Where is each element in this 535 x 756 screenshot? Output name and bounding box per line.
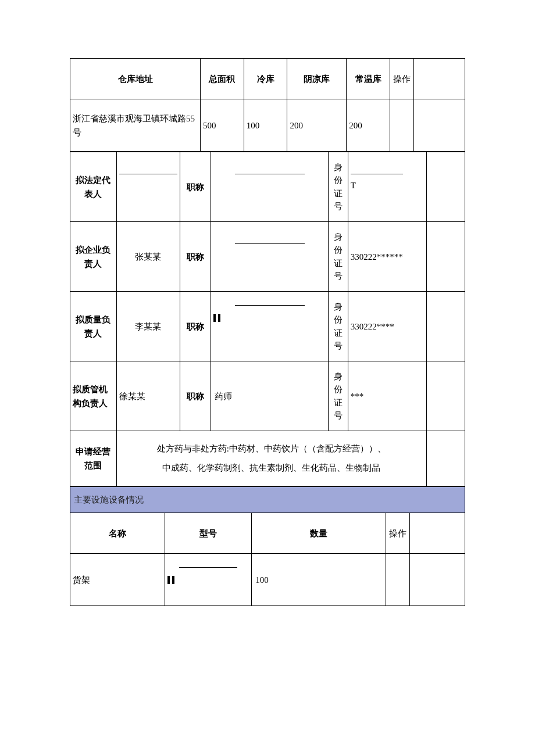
qc-org-head-id-value: *** — [348, 361, 426, 431]
enterprise-head-title-label: 职称 — [180, 222, 211, 292]
header-blank — [413, 59, 465, 99]
equipment-header-operation: 操作 — [386, 513, 410, 554]
cold-storage-value: 100 — [244, 99, 287, 152]
header-normal-storage: 常温库 — [347, 59, 390, 99]
pause-icon — [167, 576, 174, 584]
qc-org-head-title-value: 药师 — [211, 361, 329, 431]
enterprise-head-id-value: 330222****** — [348, 222, 426, 292]
svg-rect-1 — [218, 314, 220, 322]
legal-rep-title-label: 职称 — [180, 152, 211, 222]
legal-rep-label: 拟法定代表人 — [70, 152, 117, 222]
equipment-item-name: 货架 — [70, 554, 165, 606]
legal-rep-title-value — [211, 152, 329, 222]
svg-rect-3 — [172, 576, 174, 584]
quality-head-name: 李某某 — [116, 292, 180, 361]
persons-table: 拟法定代表人 职称 身份证号 T 拟企业负责人 张某某 职称 身份证号 3302… — [70, 152, 465, 486]
quality-head-id-label: 身份证号 — [329, 292, 348, 361]
quality-head-blank — [426, 292, 465, 361]
quality-head-label: 拟质量负责人 — [70, 292, 117, 361]
header-cool-storage: 阴凉库 — [287, 59, 347, 99]
qc-org-head-blank — [426, 361, 465, 431]
qc-org-head-title-label: 职称 — [180, 361, 211, 431]
blank-cell — [413, 99, 465, 152]
header-warehouse-address: 仓库地址 — [70, 59, 201, 99]
cool-storage-value: 200 — [287, 99, 347, 152]
pause-icon — [213, 314, 220, 322]
quality-head-title-label: 职称 — [180, 292, 211, 361]
equipment-header-quantity: 数量 — [252, 513, 386, 554]
equipment-header-blank — [409, 513, 465, 554]
svg-rect-0 — [213, 314, 216, 322]
qc-org-head-label: 拟质管机构负责人 — [70, 361, 117, 431]
operation-cell — [390, 99, 413, 152]
equipment-item-quantity: 100 — [252, 554, 386, 606]
header-cold-storage: 冷库 — [244, 59, 287, 99]
enterprise-head-name: 张某某 — [116, 222, 180, 292]
equipment-item-blank — [409, 554, 465, 606]
total-area-value: 500 — [201, 99, 244, 152]
header-total-area: 总面积 — [201, 59, 244, 99]
quality-head-title-value — [211, 292, 329, 361]
equipment-section-header: 主要设施设备情况 — [70, 487, 465, 513]
quality-head-id-value: 330222**** — [348, 292, 426, 361]
legal-rep-blank — [426, 152, 465, 222]
warehouse-table: 仓库地址 总面积 冷库 阴凉库 常温库 操作 浙江省慈溪市观海卫镇环城路55 号… — [70, 58, 465, 152]
warehouse-address-value: 浙江省慈溪市观海卫镇环城路55 号 — [70, 99, 201, 152]
equipment-table: 主要设施设备情况 名称 型号 数量 操作 货架 100 — [70, 486, 465, 606]
legal-rep-id-label: 身份证号 — [329, 152, 348, 222]
business-scope-value: 处方药与非处方药:中药材、中药饮片（（含配方经营））、 中成药、化学药制剂、抗生… — [116, 431, 426, 486]
equipment-item-op — [386, 554, 410, 606]
enterprise-head-blank — [426, 222, 465, 292]
normal-storage-value: 200 — [347, 99, 390, 152]
enterprise-head-id-label: 身份证号 — [329, 222, 348, 292]
header-operation: 操作 — [390, 59, 413, 99]
legal-rep-id-value: T — [348, 152, 426, 222]
business-scope-blank — [426, 431, 465, 486]
enterprise-head-label: 拟企业负责人 — [70, 222, 117, 292]
equipment-item-model — [165, 554, 251, 606]
business-scope-label: 申请经营范围 — [70, 431, 117, 486]
svg-rect-2 — [167, 576, 170, 584]
equipment-header-model: 型号 — [165, 513, 251, 554]
legal-rep-name — [116, 152, 180, 222]
equipment-header-name: 名称 — [70, 513, 165, 554]
enterprise-head-title-value — [211, 222, 329, 292]
qc-org-head-name: 徐某某 — [116, 361, 180, 431]
qc-org-head-id-label: 身份证号 — [329, 361, 348, 431]
